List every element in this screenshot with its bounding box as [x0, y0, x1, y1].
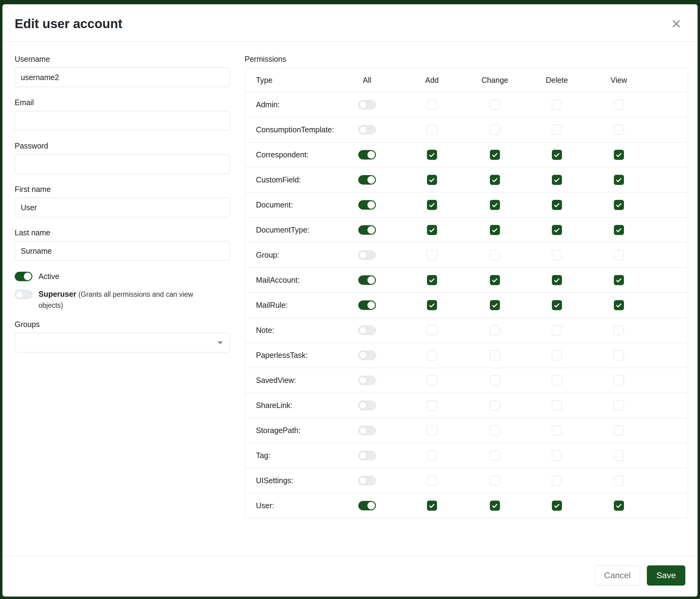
- groups-select[interactable]: [15, 333, 230, 352]
- permission-change-checkbox[interactable]: [490, 225, 500, 235]
- permission-row: MailAccount:: [245, 267, 688, 292]
- permission-delete-checkbox[interactable]: [552, 300, 562, 310]
- permission-change-checkbox[interactable]: [490, 501, 500, 511]
- permission-all-toggle[interactable]: [358, 501, 376, 510]
- cancel-button[interactable]: Cancel: [595, 566, 640, 585]
- permission-all-toggle[interactable]: [358, 426, 376, 435]
- permission-change-checkbox[interactable]: [490, 125, 500, 135]
- permission-view-checkbox[interactable]: [614, 125, 624, 135]
- last-name-field[interactable]: [15, 241, 230, 261]
- permission-view-checkbox[interactable]: [614, 350, 624, 360]
- permission-view-checkbox[interactable]: [614, 100, 624, 110]
- permission-change-checkbox[interactable]: [490, 400, 500, 410]
- permission-view-checkbox[interactable]: [614, 425, 624, 435]
- save-button[interactable]: Save: [647, 566, 685, 585]
- username-field[interactable]: [15, 68, 230, 87]
- permission-all-toggle[interactable]: [358, 476, 376, 485]
- permission-view-checkbox[interactable]: [614, 400, 624, 410]
- permission-all-toggle[interactable]: [358, 376, 376, 385]
- permission-change-checkbox[interactable]: [490, 200, 500, 210]
- permission-change-checkbox[interactable]: [490, 476, 500, 486]
- permission-view-checkbox[interactable]: [614, 476, 624, 486]
- permission-view-checkbox[interactable]: [614, 375, 624, 385]
- permission-delete-checkbox[interactable]: [552, 425, 562, 435]
- first-name-field[interactable]: [15, 198, 230, 217]
- permission-change-checkbox[interactable]: [490, 275, 500, 285]
- email-label: Email: [15, 98, 230, 107]
- permission-add-checkbox[interactable]: [427, 425, 437, 435]
- permission-view-checkbox[interactable]: [614, 175, 624, 185]
- close-button[interactable]: ✕: [669, 17, 684, 32]
- permission-add-checkbox[interactable]: [427, 325, 437, 335]
- permission-view-checkbox[interactable]: [614, 150, 624, 160]
- permission-add-checkbox[interactable]: [427, 300, 437, 310]
- permission-delete-checkbox[interactable]: [552, 501, 562, 511]
- permission-delete-checkbox[interactable]: [552, 225, 562, 235]
- permission-add-checkbox[interactable]: [427, 400, 437, 410]
- permission-change-checkbox[interactable]: [490, 451, 500, 460]
- permission-change-checkbox[interactable]: [490, 350, 500, 360]
- permission-change-checkbox[interactable]: [490, 425, 500, 435]
- permission-all-toggle[interactable]: [358, 275, 376, 285]
- permission-view-checkbox[interactable]: [614, 200, 624, 210]
- permission-change-checkbox[interactable]: [490, 325, 500, 335]
- permission-add-checkbox[interactable]: [427, 175, 437, 185]
- permission-delete-checkbox[interactable]: [552, 100, 562, 110]
- permission-add-checkbox[interactable]: [427, 125, 437, 135]
- permission-delete-checkbox[interactable]: [552, 250, 562, 260]
- permission-view-checkbox[interactable]: [614, 451, 624, 460]
- permission-add-checkbox[interactable]: [427, 250, 437, 260]
- password-field[interactable]: [15, 154, 230, 174]
- permission-all-toggle[interactable]: [358, 451, 376, 460]
- permission-all-toggle[interactable]: [358, 100, 376, 110]
- permission-delete-checkbox[interactable]: [552, 175, 562, 185]
- permission-view-checkbox[interactable]: [614, 300, 624, 310]
- permission-all-toggle[interactable]: [358, 401, 376, 410]
- permission-delete-checkbox[interactable]: [552, 325, 562, 335]
- permission-view-checkbox[interactable]: [614, 275, 624, 285]
- permission-add-checkbox[interactable]: [427, 350, 437, 360]
- permission-all-toggle[interactable]: [358, 225, 376, 235]
- superuser-toggle[interactable]: [15, 290, 32, 299]
- permission-change-checkbox[interactable]: [490, 250, 500, 260]
- permission-delete-checkbox[interactable]: [552, 451, 562, 460]
- permission-add-checkbox[interactable]: [427, 476, 437, 486]
- permission-delete-checkbox[interactable]: [552, 275, 562, 285]
- permission-delete-checkbox[interactable]: [552, 125, 562, 135]
- permission-all-toggle[interactable]: [358, 125, 376, 135]
- permission-delete-checkbox[interactable]: [552, 375, 562, 385]
- permission-add-checkbox[interactable]: [427, 501, 437, 511]
- permission-add-checkbox[interactable]: [427, 225, 437, 235]
- permission-view-checkbox[interactable]: [614, 325, 624, 335]
- permission-all-toggle[interactable]: [358, 326, 376, 335]
- permission-change-checkbox[interactable]: [490, 300, 500, 310]
- permission-change-checkbox[interactable]: [490, 375, 500, 385]
- permission-view-checkbox[interactable]: [614, 225, 624, 235]
- permission-all-toggle[interactable]: [358, 150, 376, 160]
- toggle-knob-icon: [24, 272, 31, 280]
- email-field[interactable]: [15, 111, 230, 130]
- permission-change-checkbox[interactable]: [490, 150, 500, 160]
- permission-all-toggle[interactable]: [358, 200, 376, 210]
- permission-all-toggle[interactable]: [358, 175, 376, 185]
- permission-all-toggle[interactable]: [358, 351, 376, 360]
- permission-delete-checkbox[interactable]: [552, 150, 562, 160]
- permission-add-checkbox[interactable]: [427, 451, 437, 460]
- permission-delete-checkbox[interactable]: [552, 350, 562, 360]
- checkmark-icon: [492, 177, 498, 183]
- permission-all-toggle[interactable]: [358, 301, 376, 310]
- permission-view-checkbox[interactable]: [614, 250, 624, 260]
- permission-delete-checkbox[interactable]: [552, 200, 562, 210]
- permission-change-checkbox[interactable]: [490, 175, 500, 185]
- permission-change-checkbox[interactable]: [490, 100, 500, 110]
- permission-all-toggle[interactable]: [358, 250, 376, 260]
- permission-add-checkbox[interactable]: [427, 275, 437, 285]
- active-toggle[interactable]: [15, 272, 32, 281]
- permission-delete-checkbox[interactable]: [552, 476, 562, 486]
- permission-add-checkbox[interactable]: [427, 375, 437, 385]
- permission-view-checkbox[interactable]: [614, 501, 624, 511]
- permission-delete-checkbox[interactable]: [552, 400, 562, 410]
- permission-add-checkbox[interactable]: [427, 100, 437, 110]
- permission-add-checkbox[interactable]: [427, 200, 437, 210]
- permission-add-checkbox[interactable]: [427, 150, 437, 160]
